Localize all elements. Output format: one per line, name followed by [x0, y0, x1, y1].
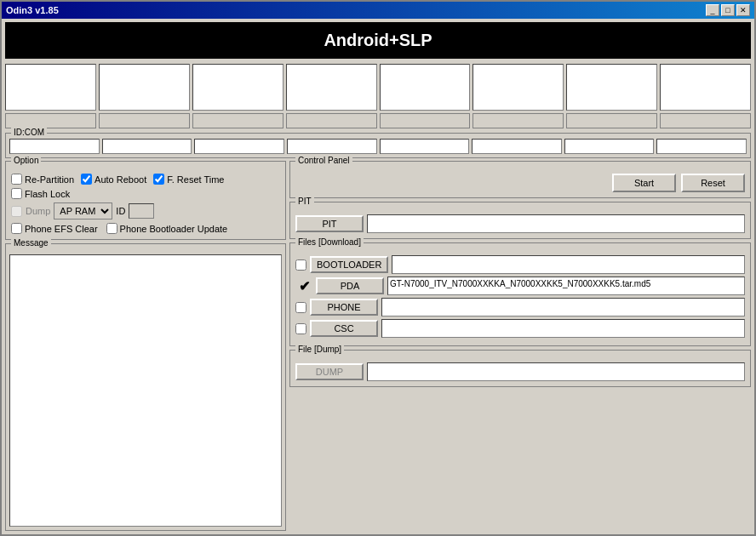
- csc-checkbox[interactable]: [295, 323, 306, 334]
- idcom-input-6: [472, 139, 562, 154]
- option-legend: Option: [11, 156, 41, 165]
- apram-select[interactable]: AP RAM: [54, 202, 112, 220]
- pit-button[interactable]: PIT: [295, 215, 364, 232]
- port-labels-container: [5, 113, 751, 128]
- message-group: Message: [5, 243, 286, 531]
- control-panel-group: Control Panel Start Reset: [289, 161, 751, 198]
- phoneefs-checkbox[interactable]: [11, 223, 22, 234]
- right-panel: Control Panel Start Reset PIT PIT: [289, 161, 751, 531]
- left-panel: Option Re-Partition Auto Reboot F. Re: [5, 161, 286, 531]
- message-legend: Message: [11, 238, 51, 248]
- phonebootloader-item: Phone Bootloader Update: [106, 223, 228, 234]
- control-buttons: Start Reset: [295, 174, 745, 192]
- phone-checkbox[interactable]: [295, 302, 306, 313]
- flashlock-checkbox[interactable]: [11, 188, 22, 199]
- file-dump-group: File [Dump] DUMP: [289, 350, 751, 387]
- idcom-input-7: [564, 139, 655, 154]
- port-box-3: [192, 64, 284, 111]
- dump-button[interactable]: DUMP: [295, 363, 364, 380]
- minimize-button[interactable]: _: [706, 4, 719, 16]
- port-box-2: [99, 64, 190, 111]
- idcom-input-3: [194, 139, 284, 154]
- phoneefs-item: Phone EFS Clear: [11, 223, 98, 234]
- repartition-checkbox[interactable]: [11, 174, 22, 185]
- idcom-legend: ID:COM: [11, 128, 47, 137]
- port-label-3: [192, 113, 284, 128]
- app-title: Android+SLP: [5, 22, 751, 59]
- title-bar: Odin3 v1.85 _ □ ✕: [2, 2, 754, 19]
- flashlock-item: Flash Lock: [11, 188, 70, 199]
- maximize-button[interactable]: □: [721, 4, 735, 16]
- title-bar-buttons: _ □ ✕: [706, 4, 750, 16]
- port-label-6: [472, 113, 564, 128]
- port-label-5: [380, 113, 471, 128]
- phonebootloader-label: Phone Bootloader Update: [120, 224, 228, 234]
- autoreboot-checkbox[interactable]: [81, 174, 92, 185]
- id-label: ID: [116, 206, 125, 216]
- dump-input: [367, 362, 745, 381]
- option-group: Option Re-Partition Auto Reboot F. Re: [5, 161, 286, 240]
- pda-button[interactable]: PDA: [316, 277, 384, 294]
- main-panels: Option Re-Partition Auto Reboot F. Re: [5, 161, 751, 531]
- message-inner: [9, 254, 282, 527]
- flashlock-label: Flash Lock: [25, 189, 70, 199]
- idcom-input-2: [102, 139, 192, 154]
- pit-legend: PIT: [295, 197, 314, 206]
- idcom-input-5: [380, 139, 470, 154]
- port-boxes-container: [5, 64, 751, 111]
- pda-checkmark: ✔: [295, 278, 312, 294]
- port-label-8: [660, 113, 751, 128]
- control-legend: Control Panel: [295, 156, 352, 165]
- port-box-4: [286, 64, 377, 111]
- autoreboot-label: Auto Reboot: [94, 174, 146, 185]
- bootloader-button[interactable]: BOOTLOADER: [310, 256, 388, 273]
- pit-row: PIT: [295, 214, 745, 233]
- phone-row: Phone EFS Clear Phone Bootloader Update: [11, 223, 280, 234]
- bootloader-checkbox[interactable]: [295, 259, 306, 271]
- idcom-input-4: [287, 139, 377, 154]
- bootloader-input: [392, 255, 745, 274]
- csc-row: CSC: [295, 319, 745, 338]
- files-group: Files [Download] BOOTLOADER ✔ PDA GT-N70…: [289, 242, 751, 346]
- port-label-2: [99, 113, 190, 128]
- fresettime-checkbox[interactable]: [153, 174, 164, 185]
- csc-input: [381, 319, 745, 338]
- message-textarea[interactable]: [9, 254, 282, 527]
- port-label-7: [566, 113, 657, 128]
- port-box-1: [5, 64, 96, 111]
- main-window: Odin3 v1.85 _ □ ✕ Android+SLP: [0, 0, 756, 536]
- dump-legend: File [Dump]: [295, 345, 344, 354]
- fresettime-label: F. Reset Time: [167, 174, 224, 185]
- reset-button[interactable]: Reset: [681, 174, 745, 192]
- pit-input: [367, 214, 745, 233]
- idcom-input-1: [9, 139, 100, 154]
- port-label-4: [286, 113, 377, 128]
- id-input[interactable]: [129, 203, 154, 219]
- start-button[interactable]: Start: [612, 174, 676, 192]
- window-title: Odin3 v1.85: [6, 5, 59, 15]
- dump-checkbox[interactable]: [11, 206, 22, 217]
- main-content: Android+SLP ID:COM: [2, 19, 754, 534]
- autoreboot-item: Auto Reboot: [81, 174, 146, 185]
- idcom-input-8: [656, 139, 747, 154]
- port-box-8: [660, 64, 751, 111]
- phone-button[interactable]: PHONE: [310, 299, 378, 316]
- idcom-inputs: [9, 139, 747, 154]
- dump-row: Dump AP RAM ID: [11, 202, 280, 220]
- port-box-5: [380, 64, 471, 111]
- phone-row: PHONE: [295, 298, 745, 316]
- dump-row-inner: DUMP: [295, 362, 745, 381]
- pda-row: ✔ PDA GT-N7000_ITV_N7000XXKKA_N7000XXKK5…: [295, 277, 745, 295]
- phoneefs-label: Phone EFS Clear: [25, 224, 98, 234]
- phone-input: [381, 298, 745, 316]
- repartition-item: Re-Partition: [11, 174, 74, 185]
- port-box-7: [566, 64, 657, 111]
- bootloader-row: BOOTLOADER: [295, 255, 745, 274]
- fresettime-item: F. Reset Time: [153, 174, 224, 185]
- close-button[interactable]: ✕: [736, 4, 750, 16]
- phonebootloader-checkbox[interactable]: [106, 223, 117, 234]
- dump-label: Dump: [26, 206, 50, 216]
- option-row-1: Re-Partition Auto Reboot F. Reset Time: [11, 174, 280, 185]
- flashlock-row: Flash Lock: [11, 188, 280, 199]
- csc-button[interactable]: CSC: [310, 320, 378, 337]
